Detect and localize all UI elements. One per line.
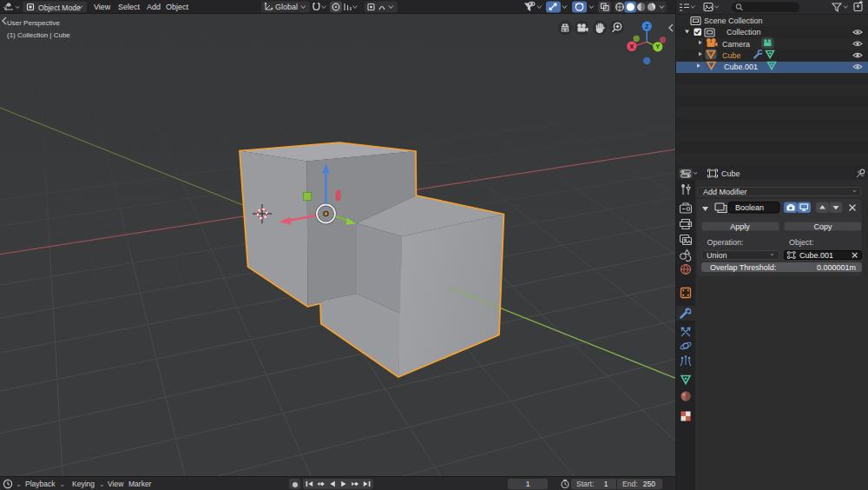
svg-text:Z: Z: [645, 23, 649, 30]
svg-text:X: X: [629, 43, 634, 50]
svg-text:Y: Y: [655, 43, 660, 50]
